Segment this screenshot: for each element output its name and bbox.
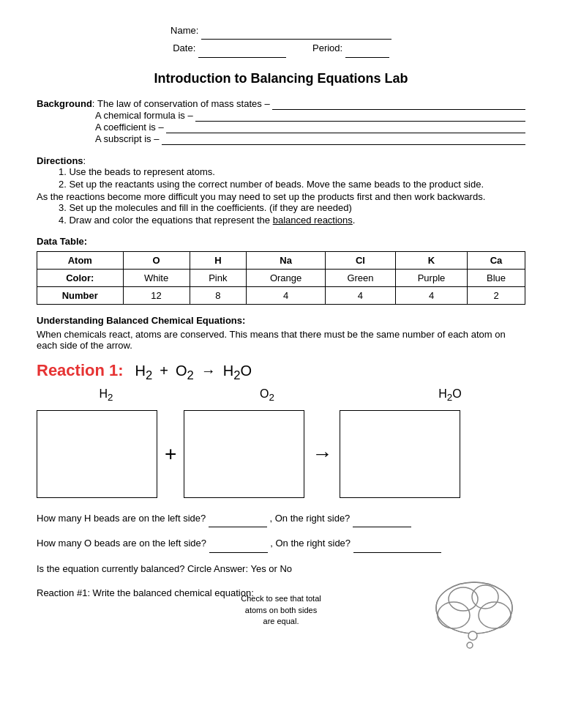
q2-right-text: On the right side? [275, 538, 351, 549]
reaction1-boxes: + → [37, 410, 525, 498]
reaction1-equation: H2 + O2 → H2O [135, 363, 252, 383]
bg-line1-blank [272, 98, 525, 110]
col-h: H [190, 251, 247, 269]
q2-left-blank [209, 535, 268, 552]
data-table-section: Data Table: Atom O H Na Cl K Ca Color: W… [37, 236, 525, 305]
q1-right-text: On the right side? [275, 513, 351, 524]
color-k: Purple [395, 269, 467, 286]
sub-h2-label: H2 [100, 387, 113, 400]
bg-line2-prefix: A chemical formula is – [95, 110, 195, 121]
color-h: Pink [190, 269, 247, 286]
directions-item-1: 1. Use the beads to represent atoms. [59, 166, 525, 177]
reaction1-label: Reaction 1: [37, 361, 124, 380]
number-o: 12 [123, 286, 190, 304]
background-section: Background: The law of conservation of m… [37, 98, 525, 145]
table-row-number: Number 12 8 4 4 4 2 [37, 286, 525, 304]
eq-h2o: H2O [223, 363, 252, 383]
sub-o2-label: O2 [260, 387, 274, 400]
number-h: 8 [190, 286, 247, 304]
question2: How many O beads are on the left side? ,… [37, 535, 525, 552]
col-atom: Atom [37, 251, 124, 269]
eq-plus: + [160, 363, 168, 379]
number-na: 4 [247, 286, 326, 304]
color-ca: Blue [468, 269, 525, 286]
date-label: Date: [173, 42, 195, 53]
color-na: Orange [247, 269, 326, 286]
color-o: White [123, 269, 190, 286]
question4: Reaction #1: Write the balanced chemical… [37, 584, 525, 655]
eq-h2: H2 [135, 363, 153, 383]
number-ca: 2 [468, 286, 525, 304]
q1-text: How many H beads are on the left side? [37, 513, 206, 524]
q4-text: Reaction #1: Write the balanced chemical… [37, 587, 254, 598]
table-header-row: Atom O H Na Cl K Ca [37, 251, 525, 269]
eq-o2: O2 [176, 363, 194, 383]
arrow-symbol: → [312, 442, 332, 466]
period-blank [345, 40, 389, 57]
q2-right-blank [353, 535, 441, 552]
sub-h2o-label: H2O [438, 387, 461, 400]
bg-line1-prefix: The law of conservation of mass states – [97, 98, 272, 109]
understanding-section: Understanding Balanced Chemical Equation… [37, 315, 525, 351]
header-section: Name: Date: Period: [37, 22, 525, 58]
bg-line3-prefix: A coefficient is – [95, 122, 166, 133]
understanding-text: When chemicals react, atoms are conserve… [37, 329, 525, 351]
q1-right-blank [353, 510, 411, 527]
cloud-shape [423, 570, 525, 650]
col-o: O [123, 251, 190, 269]
row-color-label: Color: [37, 269, 124, 286]
date-blank [198, 40, 286, 57]
color-cl: Green [326, 269, 396, 286]
q1-sep: , [270, 513, 275, 524]
svg-point-15 [468, 631, 477, 640]
cloud-text: Check to see that total atoms on both si… [241, 593, 321, 627]
period-label: Period: [312, 42, 342, 53]
col-ca: Ca [468, 251, 525, 269]
eq-arrow: → [201, 363, 216, 379]
understanding-title: Understanding Balanced Chemical Equation… [37, 315, 525, 326]
directions-item-2: 2. Set up the reactants using the correc… [59, 179, 525, 190]
question1: How many H beads are on the left side? ,… [37, 510, 525, 527]
directions-item-4: 4. Draw and color the equations that rep… [59, 215, 525, 226]
bg-line4-blank [162, 133, 525, 145]
table-row-color: Color: White Pink Orange Green Purple Bl… [37, 269, 525, 286]
cloud-container: Check to see that total atoms on both si… [423, 570, 525, 655]
plus-symbol: + [165, 442, 176, 466]
directions-label: Directions [37, 155, 83, 166]
bg-line4-prefix: A subscript is – [95, 133, 162, 144]
data-table-title: Data Table: [37, 236, 525, 247]
directions-item-3: 3. Set up the molecules and fill in the … [59, 202, 525, 213]
background-label: Background [37, 98, 92, 109]
col-cl: Cl [326, 251, 396, 269]
name-label: Name: [171, 25, 198, 36]
number-cl: 4 [326, 286, 396, 304]
reaction1-box3 [340, 410, 460, 498]
reaction1-box2 [184, 410, 304, 498]
bg-line2-blank [195, 110, 525, 122]
reaction1-box1 [37, 410, 157, 498]
svg-point-16 [467, 642, 473, 648]
q2-text: How many O beads are on the left side? [37, 538, 206, 549]
name-blank [201, 22, 391, 40]
directions-item-2b: As the reactions become more difficult y… [37, 191, 525, 202]
q3-text: Is the equation currently balanced? Circ… [37, 563, 292, 574]
row-number-label: Number [37, 286, 124, 304]
atom-table: Atom O H Na Cl K Ca Color: White Pink Or… [37, 251, 525, 305]
bg-line3-blank [166, 122, 525, 133]
q1-left-blank [209, 510, 267, 527]
reaction1-section: Reaction 1: H2 + O2 → H2O H2 O2 H2O + → … [37, 361, 525, 656]
number-k: 4 [395, 286, 467, 304]
page-title: Introduction to Balancing Equations Lab [37, 71, 525, 86]
directions-section: Directions: 1. Use the beads to represen… [37, 155, 525, 226]
col-k: K [395, 251, 467, 269]
col-na: Na [247, 251, 326, 269]
